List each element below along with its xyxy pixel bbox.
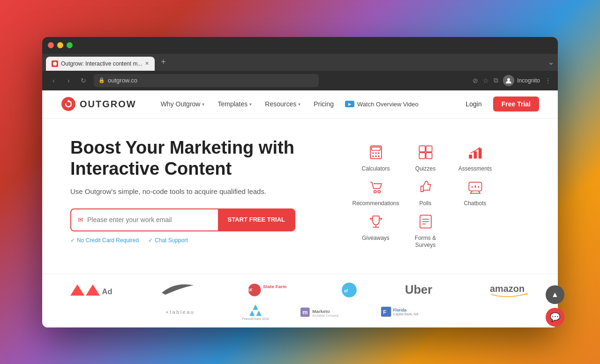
address-bar-right: ⊘ ☆ ⧉ Incognito ⋮ [472, 75, 551, 86]
incognito-badge: Incognito [503, 75, 540, 86]
uber-logo: Uber [405, 282, 442, 298]
address-bar: ‹ › ↻ 🔒 outgrow.co ⊘ ☆ ⧉ Incognito ⋮ [42, 71, 558, 90]
svg-text:PyeongChang 2018: PyeongChang 2018 [242, 317, 269, 320]
back-button[interactable]: ‹ [49, 77, 58, 84]
svg-text:F: F [383, 309, 386, 315]
free-trial-button[interactable]: Free Trial [493, 97, 539, 111]
hero-title: Boost Your Marketing with Interactive Co… [70, 137, 298, 180]
svg-text:m: m [302, 309, 308, 316]
nav-templates[interactable]: Templates ▾ [212, 97, 257, 111]
web-content: OUTGROW Why Outgrow ▾ Templates ▾ Resour… [42, 90, 558, 327]
window-icon[interactable]: ⧉ [494, 76, 498, 84]
maximize-button[interactable] [67, 42, 73, 48]
logos-row-1: Adobe SF State Farm [70, 282, 530, 298]
url-text: outgrow.co [108, 77, 137, 84]
scroll-to-top-button[interactable]: ▲ [546, 285, 564, 304]
lock-icon: 🔒 [98, 77, 105, 83]
feature-giveaways[interactable]: Giveaways [355, 211, 397, 248]
svg-text:Uber: Uber [405, 283, 432, 296]
url-bar[interactable]: 🔒 outgrow.co [94, 74, 319, 87]
amazon-logo: amazon [490, 282, 530, 298]
title-bar [42, 37, 558, 54]
nav-watch-video[interactable]: ▶ Watch Overview Video [345, 101, 419, 108]
nav-links: Why Outgrow ▾ Templates ▾ Resources ▾ Pr… [155, 97, 460, 111]
svg-rect-5 [371, 147, 380, 150]
more-button[interactable]: ⋮ [545, 77, 551, 84]
logos-section: Adobe SF State Farm [42, 274, 558, 327]
reload-button[interactable]: ↻ [79, 77, 88, 84]
hero-section: Boost Your Marketing with Interactive Co… [42, 119, 558, 274]
svg-rect-18 [478, 148, 481, 158]
navbar: OUTGROW Why Outgrow ▾ Templates ▾ Resour… [42, 90, 558, 119]
tab-bar: Outgrow: Interactive content m... ✕ + ⌄ [42, 54, 558, 71]
feature-grid: Calculators Quizzes [345, 142, 496, 249]
chat-support-badge: ✓ Chat Support [148, 237, 188, 244]
incognito-avatar [503, 75, 514, 86]
svg-text:+tableau: +tableau [165, 309, 195, 315]
logo-icon [61, 97, 76, 111]
calculator-icon [366, 142, 386, 163]
svg-marker-41 [525, 292, 528, 295]
nav-why-outgrow[interactable]: Why Outgrow ▾ [155, 97, 210, 111]
email-form: ✉ START FREE TRIAL [70, 208, 295, 231]
svg-marker-44 [249, 310, 255, 316]
feature-assessments[interactable]: Assessments [454, 142, 496, 172]
tab-favicon [52, 60, 58, 67]
feature-chatbots[interactable]: Chatbots [454, 177, 496, 207]
email-input[interactable] [87, 216, 211, 223]
trophy-icon [366, 211, 386, 232]
assessments-icon [465, 142, 486, 163]
minimize-button[interactable] [57, 42, 63, 48]
feature-quizzes[interactable]: Quizzes [405, 142, 447, 172]
feature-polls[interactable]: Polls [405, 177, 447, 207]
start-trial-button[interactable]: START FREE TRIAL [218, 209, 294, 230]
tab-close-button[interactable]: ✕ [145, 60, 149, 67]
svg-rect-14 [419, 152, 425, 158]
svg-point-10 [375, 155, 376, 156]
nav-actions: Login Free Trial [460, 97, 539, 111]
chevron-down-icon: ▾ [202, 102, 204, 107]
floating-buttons: ▲ 💬 [546, 285, 564, 327]
cart-icon [366, 177, 386, 197]
incognito-label: Incognito [517, 77, 540, 84]
svg-marker-31 [70, 284, 84, 296]
feature-grid-wrap: Calculators Quizzes [307, 137, 534, 264]
feature-forms-surveys[interactable]: Forms & Surveys [405, 211, 447, 248]
nav-pricing[interactable]: Pricing [308, 97, 339, 111]
feature-label: Calculators [361, 165, 390, 172]
chevron-down-icon: ▾ [298, 102, 300, 107]
nike-logo [160, 282, 197, 298]
svg-text:Marketo: Marketo [312, 308, 330, 313]
email-input-wrap: ✉ [71, 209, 218, 230]
login-button[interactable]: Login [460, 97, 487, 111]
close-button[interactable] [48, 42, 54, 48]
camera-icon[interactable]: ⊘ [472, 77, 478, 84]
new-tab-button[interactable]: + [157, 56, 170, 69]
bookmark-icon[interactable]: ☆ [483, 77, 489, 84]
svg-text:Capital Bank, NA: Capital Bank, NA [393, 312, 419, 316]
logo[interactable]: OUTGROW [61, 97, 136, 111]
nav-resources[interactable]: Resources ▾ [259, 97, 306, 111]
browser-window: Outgrow: Interactive content m... ✕ + ⌄ … [42, 37, 558, 327]
email-icon: ✉ [78, 216, 83, 223]
feature-label: Forms & Surveys [405, 235, 447, 248]
svg-point-7 [375, 152, 376, 154]
feature-label: Recommendations [352, 200, 399, 207]
no-credit-card-badge: ✓ No Credit Card Required [70, 237, 139, 244]
form-icon [415, 211, 436, 232]
svg-marker-43 [253, 304, 258, 310]
tab-menu-button[interactable]: ⌄ [548, 58, 554, 67]
svg-point-8 [378, 152, 379, 154]
svg-point-0 [53, 62, 57, 66]
feature-label: Chatbots [464, 200, 486, 207]
feature-recommendations[interactable]: Recommendations [355, 177, 397, 207]
chevron-down-icon: ▾ [249, 102, 252, 107]
browser-tab[interactable]: Outgrow: Interactive content m... ✕ [46, 57, 155, 71]
forward-button[interactable]: › [64, 77, 73, 84]
svg-text:amazon: amazon [490, 283, 525, 293]
feature-label: Polls [419, 200, 431, 207]
chat-button[interactable]: 💬 [546, 308, 564, 327]
svg-point-19 [374, 191, 376, 193]
svg-text:SF: SF [248, 288, 253, 292]
feature-calculators[interactable]: Calculators [355, 142, 397, 172]
